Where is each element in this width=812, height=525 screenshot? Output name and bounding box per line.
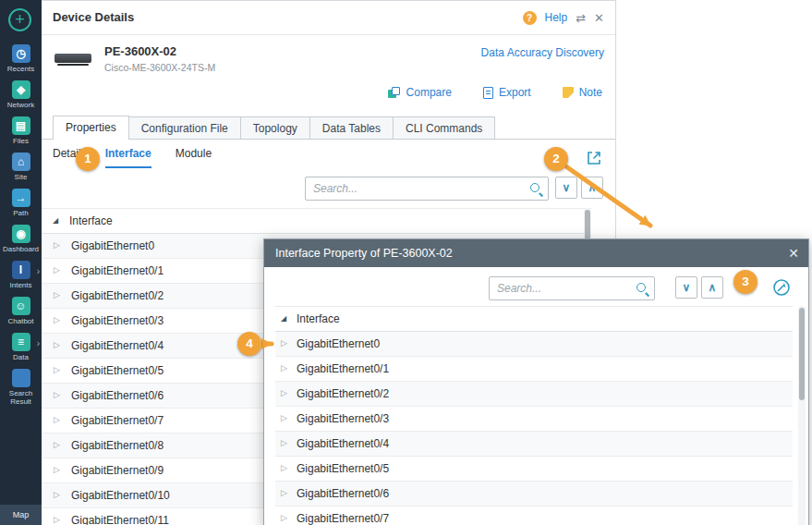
table-row[interactable]: ▷ GigabitEthernet0/4 [275,432,793,457]
sidebar-item-label: Site [0,173,42,181]
panel-header: Device Details ? Help ⇄ ✕ [42,1,615,35]
table-header-row: ◢ Interface [42,208,591,234]
popup-titlebar[interactable]: Interface Property of PE-3600X-02 ✕ [264,239,808,267]
sidebar-item-search-result[interactable]: Search Result [0,369,42,405]
pin-icon[interactable] [771,277,792,298]
tab-properties[interactable]: Properties [53,116,129,140]
folder-icon: ▤ [12,116,30,135]
tab-bar: PropertiesConfiguration FileTopologyData… [42,116,615,140]
tab-topology[interactable]: Topology [240,116,310,140]
row-label: GigabitEthernet0/8 [71,439,164,452]
row-expander-icon[interactable]: ▷ [54,440,60,449]
table-row[interactable]: ▷ GigabitEthernet0/1 [275,357,793,382]
row-label: GigabitEthernet0/11 [71,514,169,525]
export-button[interactable]: Export [483,86,531,99]
sidebar-item-network[interactable]: ◈ Network [0,80,42,116]
panel-header-actions: ? Help ⇄ ✕ [523,1,605,34]
callout-3: 3 [733,270,757,294]
sidebar-item-dashboard[interactable]: ◉ Dashboard [0,225,42,261]
open-in-new-window-icon[interactable] [586,150,602,166]
table-row[interactable]: ▷ GigabitEthernet0 [275,332,793,357]
row-expander-icon[interactable]: ▷ [281,513,287,522]
row-expander-icon[interactable]: ▷ [281,338,287,348]
compare-icon [388,87,401,99]
search-input[interactable] [305,177,549,201]
submenu-chevron-icon: › [37,266,40,276]
table-row[interactable]: ▷ GigabitEthernet0/3 [275,407,793,432]
table-header-label: Interface [297,312,340,325]
search-icon[interactable] [636,282,648,295]
clock-icon: ◷ [12,44,30,63]
help-link[interactable]: Help [545,11,568,24]
close-icon[interactable]: ✕ [594,11,604,25]
device-model: Cisco-ME-3600X-24TS-M [104,62,215,73]
popup-find-next-button[interactable]: ∨ [675,276,697,299]
find-previous-button[interactable]: ∧ [581,177,603,199]
sidebar-item-label: Data [0,353,42,361]
sidebar-item-recents[interactable]: ◷ Recents [0,44,42,80]
row-label: GigabitEthernet0/3 [71,314,164,327]
table-row[interactable]: ▷ GigabitEthernet0/7 [275,507,793,525]
collapse-all-icon[interactable]: ◢ [53,216,58,225]
sidebar-item-site[interactable]: ⌂ Site [0,153,42,189]
add-icon[interactable]: + [8,8,31,31]
popup-close-icon[interactable]: ✕ [788,239,799,267]
popup-search-box [489,276,655,300]
row-expander-icon[interactable]: ▷ [281,363,287,372]
search-icon[interactable] [529,182,542,195]
note-button[interactable]: Note [563,86,602,99]
site-icon: ⌂ [12,153,30,171]
tab-data-tables[interactable]: Data Tables [309,116,394,140]
popup-vertical-scrollbar[interactable] [798,306,806,525]
row-expander-icon[interactable]: ▷ [281,463,287,472]
row-expander-icon[interactable]: ▷ [54,340,60,349]
subtab-interface[interactable]: Interface [105,147,151,168]
subtab-module[interactable]: Module [176,147,212,168]
row-expander-icon[interactable]: ▷ [54,265,60,275]
popup-search-input[interactable] [489,276,655,300]
row-expander-icon[interactable]: ▷ [54,315,60,324]
sidebar-item-map[interactable]: Map [0,505,42,525]
row-expander-icon[interactable]: ▷ [281,388,287,397]
device-image [55,54,91,63]
row-expander-icon[interactable]: ▷ [281,438,287,447]
row-label: GigabitEthernet0/10 [71,489,170,502]
table-row[interactable]: ▷ GigabitEthernet0/2 [275,382,793,407]
compare-button[interactable]: Compare [388,86,452,99]
row-label: GigabitEthernet0 [297,337,380,350]
collapse-all-icon[interactable]: ◢ [281,314,286,323]
table-row[interactable]: ▷ GigabitEthernet0/5 [275,457,793,482]
row-expander-icon[interactable]: ▷ [54,290,60,299]
help-icon[interactable]: ? [523,11,537,25]
sidebar-item-path[interactable]: → Path [0,189,42,225]
submenu-chevron-icon: › [37,338,40,348]
dashboard-icon: ◉ [12,225,30,243]
tab-configuration-file[interactable]: Configuration File [128,116,241,140]
device-name: PE-3600X-02 [104,44,176,58]
scrollbar-thumb[interactable] [799,308,805,400]
row-label: GigabitEthernet0/7 [297,512,389,525]
popup-find-previous-button[interactable]: ∧ [701,276,723,299]
sidebar-item-label: Files [0,137,42,145]
row-expander-icon[interactable]: ▷ [281,488,287,497]
table-row[interactable]: ▷ GigabitEthernet0/6 [275,482,793,507]
row-expander-icon[interactable]: ▷ [281,413,287,422]
sidebar-item-data[interactable]: ≡ Data › [0,333,42,369]
row-expander-icon[interactable]: ▷ [54,365,60,374]
sidebar-item-files[interactable]: ▤ Files [0,116,42,153]
row-expander-icon[interactable]: ▷ [54,465,60,474]
row-expander-icon[interactable]: ▷ [54,490,60,499]
action-label: Compare [406,86,452,99]
action-label: Note [579,86,602,99]
popup-title: Interface Property of PE-3600X-02 [275,239,453,267]
sidebar-item-intents[interactable]: I Intents › [0,261,42,297]
refresh-icon[interactable]: ⇄ [576,11,586,25]
tab-cli-commands[interactable]: CLI Commands [393,116,495,140]
row-expander-icon[interactable]: ▷ [54,515,60,524]
row-expander-icon[interactable]: ▷ [54,415,60,424]
row-expander-icon[interactable]: ▷ [54,240,60,250]
sidebar-item-chatbot[interactable]: ☺ Chatbot [0,297,42,333]
find-next-button[interactable]: ∨ [555,177,577,199]
data-accuracy-discovery-link[interactable]: Data Accuracy Discovery [481,46,604,59]
row-expander-icon[interactable]: ▷ [54,390,60,399]
